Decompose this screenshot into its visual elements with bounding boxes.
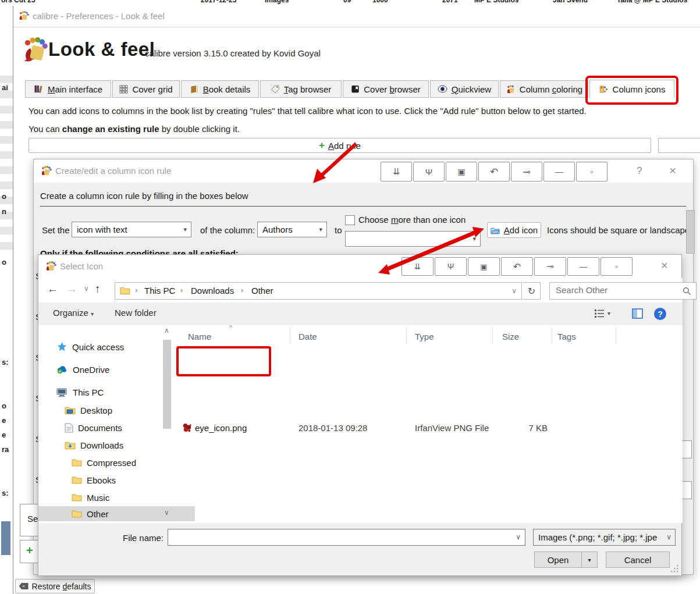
close-button[interactable]: × bbox=[669, 163, 676, 177]
new-folder-button[interactable]: New folder bbox=[115, 308, 157, 318]
sidebar-item-compressed[interactable]: Compressed bbox=[72, 455, 136, 470]
refresh-button[interactable]: ↻ bbox=[523, 282, 541, 300]
sidebar-item-this-pc[interactable]: This PC bbox=[56, 385, 104, 400]
scroll-up-button[interactable]: ∧ bbox=[164, 326, 169, 335]
wrench-icon: Ψ bbox=[447, 262, 454, 271]
add-rule-button[interactable]: + Add rule bbox=[29, 138, 651, 153]
column-divider[interactable] bbox=[290, 328, 290, 344]
column-divider[interactable] bbox=[616, 328, 616, 344]
close-button[interactable]: × bbox=[661, 259, 668, 272]
icon-file-select[interactable]: ▾ bbox=[345, 231, 481, 247]
add-icon-button[interactable]: Add icon bbox=[487, 222, 541, 238]
minimize-button[interactable]: — bbox=[567, 257, 599, 276]
sort-ascending-icon[interactable]: ^ bbox=[229, 324, 232, 331]
bg-fragment: 2017-12-25 bbox=[201, 0, 236, 4]
background-selection-fragment bbox=[1, 521, 10, 555]
open-button[interactable]: Open bbox=[534, 552, 582, 568]
clipped-button[interactable] bbox=[658, 138, 700, 153]
column-header-name[interactable]: Name bbox=[188, 332, 211, 342]
address-dropdown-icon[interactable]: ∨ bbox=[511, 287, 517, 295]
minimize-button[interactable]: — bbox=[543, 162, 575, 182]
sidebar-item-desktop[interactable]: Desktop bbox=[65, 403, 112, 418]
tab-column-coloring[interactable]: Column coloring bbox=[500, 80, 588, 98]
cancel-button[interactable]: Cancel bbox=[606, 552, 670, 568]
sidebar-item-documents[interactable]: Documents bbox=[65, 420, 122, 435]
calibre-logo-icon bbox=[45, 261, 56, 272]
up-button[interactable]: ↑ bbox=[95, 283, 101, 296]
breadcrumb-downloads[interactable]: Downloads bbox=[191, 286, 234, 296]
icon-kind-select[interactable]: icon with text ▾ bbox=[72, 222, 191, 237]
tab-column-icons[interactable]: Column icons bbox=[589, 80, 674, 98]
forward-button[interactable]: → bbox=[66, 283, 77, 296]
window-titlebar[interactable]: calibre - Preferences - Look & feel bbox=[13, 6, 700, 27]
sidebar-item-quick-access[interactable]: Quick access bbox=[56, 339, 124, 354]
tab-cover-grid[interactable]: Cover grid bbox=[112, 80, 180, 98]
toolbar-double-chevron-button[interactable]: ⇊ bbox=[381, 162, 412, 182]
eye-icon bbox=[438, 85, 447, 93]
restore-defaults-button[interactable]: × Restore defaults bbox=[15, 579, 95, 593]
organize-button[interactable]: Organize ▾ bbox=[53, 308, 94, 318]
maximize-button[interactable]: ▫ bbox=[600, 257, 633, 276]
column-header-tags[interactable]: Tags bbox=[557, 332, 576, 342]
help-button[interactable]: ? bbox=[637, 165, 642, 177]
toolbar-double-chevron-button[interactable]: ⇊ bbox=[401, 257, 433, 276]
help-button[interactable]: ? bbox=[654, 308, 666, 320]
column-divider[interactable] bbox=[492, 328, 493, 344]
tab-bar: Main interface Cover grid Book details T… bbox=[13, 80, 700, 99]
toolbar-restore-box-button[interactable]: ▣ bbox=[446, 162, 477, 182]
search-icon[interactable] bbox=[683, 287, 691, 296]
scrollbar-fragment[interactable] bbox=[686, 210, 695, 254]
file-dialog-titlebar[interactable]: Select Icon ⇊ Ψ ▣ ↶ ⊸ — ▫ × bbox=[38, 255, 681, 278]
toolbar-restore-box-button[interactable]: ▣ bbox=[468, 257, 500, 276]
column-divider[interactable] bbox=[406, 328, 407, 344]
breadcrumb-other[interactable]: Other bbox=[251, 286, 273, 296]
tab-book-details[interactable]: Book details bbox=[181, 80, 259, 98]
search-input[interactable] bbox=[555, 284, 673, 296]
column-select[interactable]: Authors ▾ bbox=[257, 222, 327, 237]
back-button[interactable]: ← bbox=[47, 283, 58, 296]
file-type-select[interactable]: Images (*.png; *.gif; *.jpg; *.jpeg ∨ bbox=[533, 529, 676, 546]
view-mode-dropdown-icon[interactable]: ▾ bbox=[607, 310, 610, 316]
scroll-down-button[interactable]: ∨ bbox=[164, 508, 169, 517]
file-name-input[interactable] bbox=[172, 531, 506, 542]
sidebar-item-downloads[interactable]: Downloads bbox=[65, 438, 123, 453]
resize-grip[interactable] bbox=[671, 565, 679, 573]
sidebar-item-ebooks[interactable]: Ebooks bbox=[72, 472, 116, 488]
choose-more-checkbox[interactable] bbox=[345, 215, 355, 225]
scrollbar-thumb[interactable] bbox=[163, 340, 171, 429]
search-box[interactable] bbox=[549, 282, 697, 300]
toolbar-undo-button[interactable]: ↶ bbox=[501, 257, 533, 276]
file-name-field[interactable]: ∨ bbox=[168, 529, 525, 546]
file-row[interactable]: eye_icon.png 2018-01-13 09:28 IrfanView … bbox=[178, 420, 673, 438]
sidebar-item-onedrive[interactable]: OneDrive bbox=[56, 362, 109, 377]
toolbar-wrench-button[interactable]: Ψ bbox=[435, 257, 467, 276]
toolbar-undo-button[interactable]: ↶ bbox=[478, 162, 510, 182]
box-in-box-icon: ▣ bbox=[480, 262, 487, 271]
breadcrumb-this-pc[interactable]: This PC bbox=[144, 286, 175, 296]
column-header-date[interactable]: Date bbox=[299, 332, 317, 342]
toolbar-pin-button[interactable]: ⊸ bbox=[511, 162, 542, 182]
tab-cover-browser[interactable]: Cover browser bbox=[343, 80, 429, 98]
tab-quickview[interactable]: Quickview bbox=[430, 80, 499, 98]
minimize-icon: — bbox=[555, 167, 563, 176]
column-divider[interactable] bbox=[552, 328, 552, 344]
chevron-down-icon: ▾ bbox=[319, 226, 322, 233]
tab-main-interface[interactable]: Main interface bbox=[25, 80, 111, 98]
maximize-button[interactable]: ▫ bbox=[576, 162, 607, 182]
sidebar-item-music[interactable]: Music bbox=[72, 490, 109, 505]
open-dropdown-button[interactable]: ▾ bbox=[581, 552, 598, 568]
toolbar-wrench-button[interactable]: Ψ bbox=[413, 162, 445, 182]
rule-dialog-titlebar[interactable]: Create/edit a column icon rule ⇊ Ψ ▣ ↶ ⊸… bbox=[34, 159, 693, 183]
column-header-type[interactable]: Type bbox=[415, 332, 434, 342]
book-icon bbox=[190, 85, 199, 94]
chevron-down-icon[interactable]: ∨ bbox=[516, 533, 521, 541]
history-dropdown[interactable]: ∨ bbox=[84, 284, 89, 293]
sidebar-item-other[interactable]: Other bbox=[38, 506, 195, 521]
address-bar[interactable]: › This PC › Downloads › Other ∨ bbox=[115, 282, 522, 300]
view-mode-icon[interactable] bbox=[594, 309, 605, 318]
column-header-size[interactable]: Size bbox=[502, 332, 519, 342]
folder-icon bbox=[72, 510, 82, 518]
toolbar-pin-button[interactable]: ⊸ bbox=[534, 257, 566, 276]
preview-pane-icon[interactable] bbox=[632, 308, 643, 319]
tab-tag-browser[interactable]: Tag browser bbox=[260, 80, 342, 98]
